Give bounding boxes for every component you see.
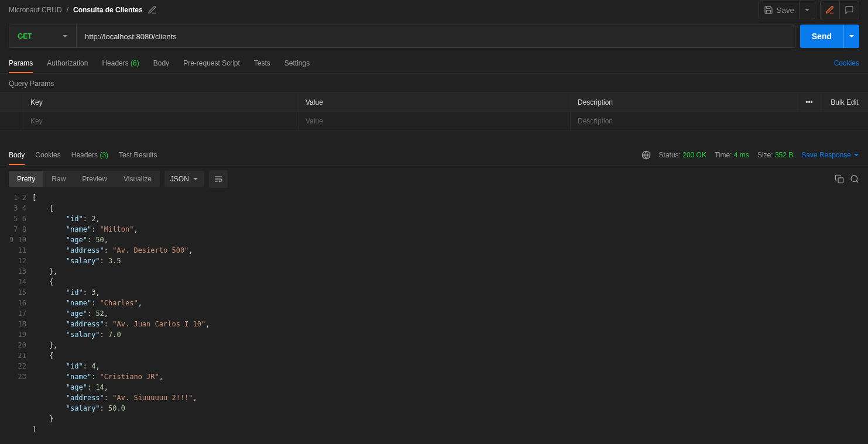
mode-button-group: [820, 1, 859, 19]
breadcrumb-sep: /: [67, 6, 68, 14]
edit-mode-button[interactable]: [821, 1, 840, 19]
tab-params[interactable]: Params: [9, 54, 33, 73]
url-row: GET Send: [0, 20, 868, 53]
tab-tests[interactable]: Tests: [254, 54, 270, 73]
tab-settings[interactable]: Settings: [284, 54, 310, 73]
header-key: Key: [23, 93, 299, 111]
view-raw[interactable]: Raw: [43, 171, 74, 187]
tab-authorization[interactable]: Authorization: [47, 54, 88, 73]
description-input[interactable]: Description: [571, 112, 798, 130]
svg-line-6: [856, 181, 858, 183]
resp-tab-headers[interactable]: Headers (3): [71, 146, 108, 164]
svg-point-5: [851, 175, 857, 182]
url-group: GET: [9, 25, 795, 48]
method-label: GET: [18, 32, 32, 40]
time-value: 4 ms: [734, 151, 749, 159]
response-meta: Status: 200 OK Time: 4 ms Size: 352 B Sa…: [641, 150, 859, 160]
line-gutter: 1 2 3 4 5 6 7 8 9 10 11 12 13 14 15 16 1…: [9, 192, 32, 437]
resp-tab-tests[interactable]: Test Results: [119, 146, 157, 164]
query-params-label: Query Params: [0, 74, 868, 92]
view-preview[interactable]: Preview: [74, 171, 115, 187]
view-pretty[interactable]: Pretty: [9, 171, 43, 187]
header-checkbox-cell: [0, 93, 23, 111]
method-select[interactable]: GET: [9, 25, 77, 47]
status-value: 200 OK: [682, 151, 706, 159]
key-input[interactable]: Key: [23, 112, 299, 130]
response-body-viewer[interactable]: 1 2 3 4 5 6 7 8 9 10 11 12 13 14 15 16 1…: [0, 192, 868, 437]
globe-icon[interactable]: [641, 150, 651, 160]
svg-rect-4: [838, 178, 843, 183]
wrap-lines-button[interactable]: [209, 170, 228, 188]
save-button[interactable]: Save: [759, 1, 800, 19]
response-tabs: Body Cookies Headers (3) Test Results St…: [0, 144, 868, 166]
tab-headers[interactable]: Headers (6): [102, 54, 139, 73]
save-label: Save: [777, 6, 794, 15]
tab-prerequest[interactable]: Pre-request Script: [183, 54, 240, 73]
table-header-row: Key Value Description ••• Bulk Edit: [0, 93, 868, 112]
bulk-edit-button[interactable]: Bulk Edit: [821, 93, 868, 111]
top-bar: Micronaut CRUD / Consulta de Clientes Sa…: [0, 0, 868, 20]
top-actions: Save: [759, 1, 859, 19]
save-response-button[interactable]: Save Response: [801, 151, 859, 159]
breadcrumb: Micronaut CRUD / Consulta de Clientes: [9, 5, 754, 15]
comment-mode-button[interactable]: [840, 1, 859, 19]
cookies-link[interactable]: Cookies: [834, 59, 859, 67]
more-columns-icon[interactable]: •••: [798, 93, 821, 111]
tab-body[interactable]: Body: [153, 54, 169, 73]
request-tabs: Params Authorization Headers (6) Body Pr…: [0, 53, 868, 74]
resp-tab-body[interactable]: Body: [9, 146, 25, 165]
format-select[interactable]: JSON: [164, 171, 204, 187]
table-row: Key Value Description: [0, 112, 868, 130]
view-row: Pretty Raw Preview Visualize JSON: [0, 166, 868, 192]
save-button-group: Save: [759, 1, 815, 19]
url-input[interactable]: [77, 25, 795, 47]
breadcrumb-collection[interactable]: Micronaut CRUD: [9, 6, 62, 14]
view-visualize[interactable]: Visualize: [115, 171, 160, 187]
search-icon[interactable]: [850, 174, 859, 184]
view-right-actions: [835, 174, 859, 184]
edit-icon[interactable]: [147, 5, 157, 15]
copy-icon[interactable]: [835, 174, 844, 184]
send-button[interactable]: Send: [800, 25, 843, 48]
view-toggle: Pretty Raw Preview Visualize: [9, 171, 160, 187]
resp-tab-cookies[interactable]: Cookies: [35, 146, 60, 164]
header-value: Value: [299, 93, 571, 111]
query-params-table: Key Value Description ••• Bulk Edit Key …: [0, 92, 868, 130]
send-dropdown[interactable]: [843, 25, 859, 48]
header-description: Description: [571, 93, 798, 111]
breadcrumb-current[interactable]: Consulta de Clientes: [73, 6, 143, 14]
value-input[interactable]: Value: [299, 112, 571, 130]
code-content[interactable]: [ { "id": 2, "name": "Milton", "age": 50…: [32, 192, 868, 437]
size-value: 352 B: [775, 151, 793, 159]
save-dropdown[interactable]: [800, 1, 815, 19]
send-group: Send: [800, 25, 859, 48]
row-checkbox[interactable]: [0, 112, 23, 130]
